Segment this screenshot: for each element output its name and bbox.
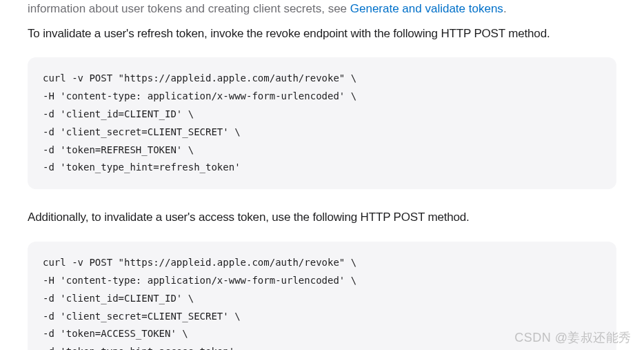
code-block-refresh-token: curl -v POST "https://appleid.apple.com/… xyxy=(28,57,616,189)
doc-link-generate-tokens[interactable]: Generate and validate tokens xyxy=(350,2,503,15)
paragraph-revoke-access: Additionally, to invalidate a user's acc… xyxy=(28,208,616,226)
paragraph-revoke-refresh: To invalidate a user's refresh token, in… xyxy=(28,25,616,43)
truncated-context-line: information about user tokens and creati… xyxy=(28,0,616,18)
truncated-text: information about user tokens and creati… xyxy=(28,2,350,15)
code-block-access-token: curl -v POST "https://appleid.apple.com/… xyxy=(28,242,616,350)
doc-content: information about user tokens and creati… xyxy=(0,0,644,350)
